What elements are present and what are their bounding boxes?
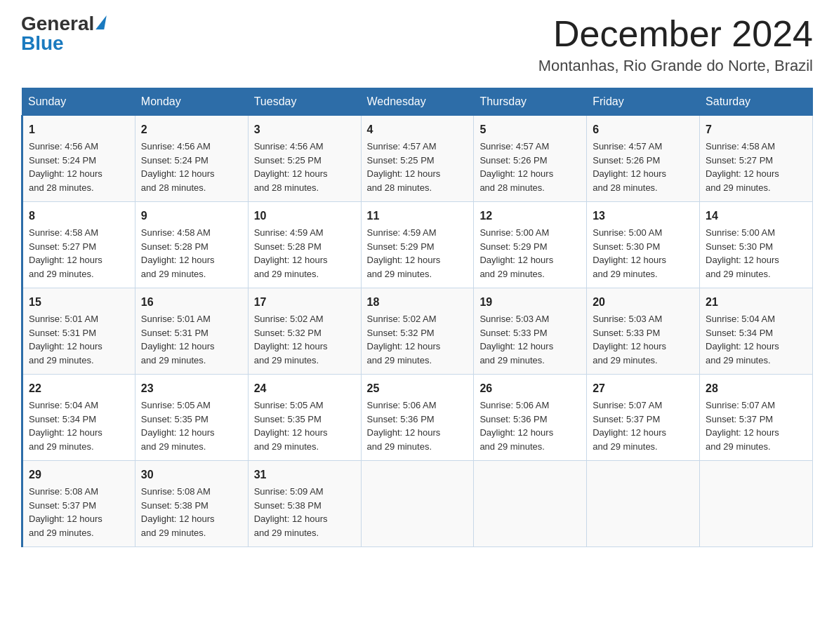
day-info: Sunrise: 5:00 AMSunset: 5:30 PMDaylight:… [706,227,779,279]
day-info: Sunrise: 5:01 AMSunset: 5:31 PMDaylight:… [29,314,102,365]
header-tuesday: Tuesday [248,88,361,116]
day-number: 8 [29,208,129,224]
day-info: Sunrise: 4:57 AMSunset: 5:25 PMDaylight:… [367,141,441,193]
calendar-cell: 30 Sunrise: 5:08 AMSunset: 5:38 PMDaylig… [135,461,248,547]
title-section: December 2024 Montanhas, Rio Grande do N… [538,14,813,75]
day-info: Sunrise: 4:58 AMSunset: 5:28 PMDaylight:… [141,227,215,279]
day-info: Sunrise: 5:05 AMSunset: 5:35 PMDaylight:… [141,400,215,452]
header-monday: Monday [135,88,248,116]
calendar-cell: 24 Sunrise: 5:05 AMSunset: 5:35 PMDaylig… [248,375,361,461]
day-number: 29 [29,467,129,483]
location-title: Montanhas, Rio Grande do Norte, Brazil [538,57,813,75]
day-info: Sunrise: 5:04 AMSunset: 5:34 PMDaylight:… [29,400,102,452]
calendar-cell: 5 Sunrise: 4:57 AMSunset: 5:26 PMDayligh… [474,116,587,202]
calendar-cell: 8 Sunrise: 4:58 AMSunset: 5:27 PMDayligh… [22,202,135,288]
day-number: 25 [367,380,468,397]
calendar-cell: 4 Sunrise: 4:57 AMSunset: 5:25 PMDayligh… [361,116,474,202]
day-number: 12 [479,208,581,224]
day-number: 20 [593,294,694,311]
day-info: Sunrise: 5:04 AMSunset: 5:34 PMDaylight:… [706,314,779,365]
calendar-cell: 13 Sunrise: 5:00 AMSunset: 5:30 PMDaylig… [587,202,700,288]
calendar-cell: 3 Sunrise: 4:56 AMSunset: 5:25 PMDayligh… [248,116,361,202]
day-info: Sunrise: 5:01 AMSunset: 5:31 PMDaylight:… [141,314,215,365]
day-number: 9 [141,208,242,224]
day-number: 27 [593,380,694,397]
calendar-cell: 11 Sunrise: 4:59 AMSunset: 5:29 PMDaylig… [361,202,474,288]
logo-general-text: General [21,14,94,34]
calendar-cell: 28 Sunrise: 5:07 AMSunset: 5:37 PMDaylig… [700,375,813,461]
day-info: Sunrise: 4:56 AMSunset: 5:24 PMDaylight:… [141,141,215,193]
day-info: Sunrise: 5:08 AMSunset: 5:38 PMDaylight:… [141,486,215,538]
calendar-cell: 17 Sunrise: 5:02 AMSunset: 5:32 PMDaylig… [248,288,361,375]
header-wednesday: Wednesday [361,88,474,116]
day-info: Sunrise: 5:02 AMSunset: 5:32 PMDaylight:… [367,314,441,365]
day-number: 30 [141,467,242,483]
day-info: Sunrise: 4:59 AMSunset: 5:29 PMDaylight:… [367,227,441,279]
day-number: 19 [479,294,581,311]
day-info: Sunrise: 5:03 AMSunset: 5:33 PMDaylight:… [593,314,666,365]
calendar-cell: 22 Sunrise: 5:04 AMSunset: 5:34 PMDaylig… [22,375,135,461]
calendar-week-row: 15 Sunrise: 5:01 AMSunset: 5:31 PMDaylig… [22,288,813,375]
calendar-cell: 6 Sunrise: 4:57 AMSunset: 5:26 PMDayligh… [587,116,700,202]
calendar-cell [587,461,700,547]
calendar-cell: 1 Sunrise: 4:56 AMSunset: 5:24 PMDayligh… [22,116,135,202]
day-number: 6 [593,121,694,138]
day-number: 22 [29,380,129,397]
day-number: 18 [367,294,468,311]
day-info: Sunrise: 5:09 AMSunset: 5:38 PMDaylight:… [254,486,328,538]
day-number: 3 [254,121,355,138]
day-info: Sunrise: 5:00 AMSunset: 5:30 PMDaylight:… [593,227,666,279]
logo-blue-text: Blue [21,34,64,53]
day-info: Sunrise: 4:56 AMSunset: 5:25 PMDaylight:… [254,141,328,193]
calendar-cell: 7 Sunrise: 4:58 AMSunset: 5:27 PMDayligh… [700,116,813,202]
day-info: Sunrise: 4:57 AMSunset: 5:26 PMDaylight:… [479,141,553,193]
calendar-cell [361,461,474,547]
calendar-header-row: SundayMondayTuesdayWednesdayThursdayFrid… [22,88,813,116]
day-info: Sunrise: 5:03 AMSunset: 5:33 PMDaylight:… [479,314,553,365]
calendar-cell: 2 Sunrise: 4:56 AMSunset: 5:24 PMDayligh… [135,116,248,202]
day-number: 11 [367,208,468,224]
day-info: Sunrise: 5:07 AMSunset: 5:37 PMDaylight:… [706,400,779,452]
day-number: 2 [141,121,242,138]
day-number: 31 [254,467,355,483]
calendar-cell: 25 Sunrise: 5:06 AMSunset: 5:36 PMDaylig… [361,375,474,461]
day-info: Sunrise: 4:58 AMSunset: 5:27 PMDaylight:… [706,141,779,193]
month-title: December 2024 [538,14,813,54]
day-info: Sunrise: 5:02 AMSunset: 5:32 PMDaylight:… [254,314,328,365]
day-number: 10 [254,208,355,224]
calendar-week-row: 1 Sunrise: 4:56 AMSunset: 5:24 PMDayligh… [22,116,813,202]
day-number: 4 [367,121,468,138]
calendar-cell: 19 Sunrise: 5:03 AMSunset: 5:33 PMDaylig… [474,288,587,375]
calendar-cell [474,461,587,547]
day-number: 26 [479,380,581,397]
calendar-cell [700,461,813,547]
day-number: 21 [706,294,807,311]
calendar-cell: 31 Sunrise: 5:09 AMSunset: 5:38 PMDaylig… [248,461,361,547]
day-number: 7 [706,121,807,138]
calendar-cell: 21 Sunrise: 5:04 AMSunset: 5:34 PMDaylig… [700,288,813,375]
calendar-cell: 12 Sunrise: 5:00 AMSunset: 5:29 PMDaylig… [474,202,587,288]
calendar-cell: 29 Sunrise: 5:08 AMSunset: 5:37 PMDaylig… [22,461,135,547]
header-thursday: Thursday [474,88,587,116]
day-number: 15 [29,294,129,311]
day-number: 5 [479,121,581,138]
calendar-cell: 16 Sunrise: 5:01 AMSunset: 5:31 PMDaylig… [135,288,248,375]
calendar-cell: 20 Sunrise: 5:03 AMSunset: 5:33 PMDaylig… [587,288,700,375]
day-number: 23 [141,380,242,397]
header-sunday: Sunday [22,88,135,116]
calendar-cell: 9 Sunrise: 4:58 AMSunset: 5:28 PMDayligh… [135,202,248,288]
day-number: 16 [141,294,242,311]
day-number: 1 [29,121,129,138]
page-header: General Blue December 2024 Montanhas, Ri… [21,14,813,75]
header-friday: Friday [587,88,700,116]
day-info: Sunrise: 4:58 AMSunset: 5:27 PMDaylight:… [29,227,102,279]
logo: General Blue [21,14,105,53]
calendar-cell: 10 Sunrise: 4:59 AMSunset: 5:28 PMDaylig… [248,202,361,288]
calendar-table: SundayMondayTuesdayWednesdayThursdayFrid… [21,88,813,547]
day-number: 14 [706,208,807,224]
calendar-cell: 23 Sunrise: 5:05 AMSunset: 5:35 PMDaylig… [135,375,248,461]
calendar-week-row: 29 Sunrise: 5:08 AMSunset: 5:37 PMDaylig… [22,461,813,547]
calendar-week-row: 22 Sunrise: 5:04 AMSunset: 5:34 PMDaylig… [22,375,813,461]
calendar-cell: 15 Sunrise: 5:01 AMSunset: 5:31 PMDaylig… [22,288,135,375]
day-info: Sunrise: 5:08 AMSunset: 5:37 PMDaylight:… [29,486,102,538]
